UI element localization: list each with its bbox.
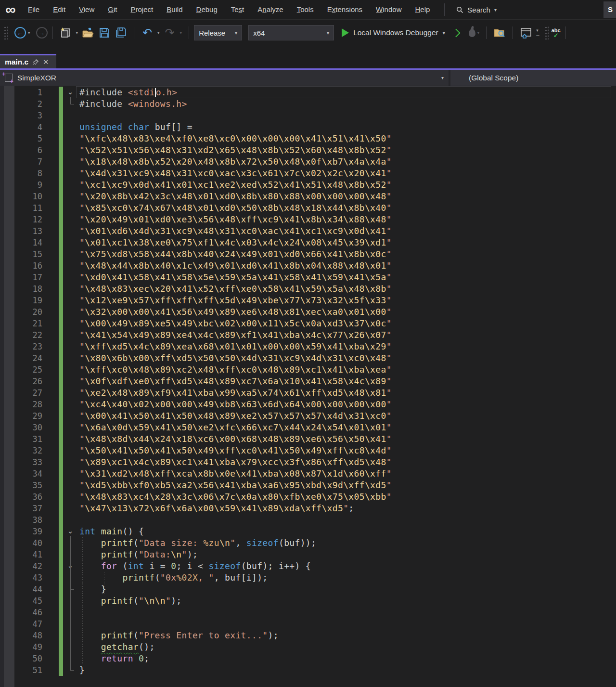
project-dropdown[interactable]: SimpleXOR ▾	[0, 70, 449, 86]
code-line[interactable]: 38	[0, 514, 616, 526]
menu-item-window[interactable]: Window	[369, 0, 408, 19]
code-editor[interactable]: 1⌄#include <stdio.h>2#include <windows.h…	[0, 86, 616, 687]
code-line[interactable]: 34"\x31\xd2\x48\xff\xca\x8b\x0e\x41\xba\…	[0, 468, 616, 480]
code-line[interactable]: 42⌄ for (int i = 0; i < sizeof(buf); i++…	[0, 560, 616, 572]
code-line[interactable]: 19"\x12\xe9\x57\xff\xff\xff\x5d\x49\xbe\…	[0, 295, 616, 306]
platform-combo[interactable]: x64 ▾	[248, 25, 334, 40]
signin-badge[interactable]: S	[603, 1, 616, 18]
code-line[interactable]: 46	[0, 607, 616, 618]
code-line[interactable]: 37"\x47\x13\x72\x6f\x6a\x00\x59\x41\x89\…	[0, 503, 616, 514]
close-tab-icon[interactable]: ✕	[43, 58, 49, 66]
code-line[interactable]: 32"\x50\x41\x50\x41\x50\x49\xff\xc0\x41\…	[0, 445, 616, 456]
code-line[interactable]: 33"\x89\xc1\x4c\x89\xc1\x41\xba\x79\xcc\…	[0, 456, 616, 468]
new-project-button[interactable]	[60, 26, 72, 39]
code-line[interactable]: 13"\x01\xd6\x4d\x31\xc9\x48\x31\xc0\xac\…	[0, 225, 616, 237]
redo-caret-icon[interactable]: ▾	[180, 30, 182, 35]
scope-dropdown[interactable]: (Global Scope)	[450, 70, 616, 86]
code-line[interactable]: 28"\xc4\x40\x02\x00\x00\x49\xb8\x63\x6d\…	[0, 399, 616, 410]
code-line[interactable]: 3	[0, 110, 616, 121]
code-line[interactable]: 11"\x85\xc0\x74\x67\x48\x01\xd0\x50\x8b\…	[0, 202, 616, 214]
code-line[interactable]: 5"\xfc\x48\x83\xe4\xf0\xe8\xc0\x00\x00\x…	[0, 133, 616, 144]
code-line[interactable]: 9"\xc1\xc9\x0d\x41\x01\xc1\xe2\xed\x52\x…	[0, 179, 616, 191]
find-in-files-button[interactable]	[493, 26, 506, 39]
undo-button[interactable]: ↶	[141, 26, 154, 39]
code-line[interactable]: 41 printf("Data:\n");	[0, 549, 616, 560]
code-line[interactable]: 31"\x48\x8d\x44\x24\x18\xc6\x00\x68\x48\…	[0, 433, 616, 445]
code-line[interactable]: 51}	[0, 664, 616, 676]
save-all-button[interactable]	[115, 26, 127, 39]
search-control[interactable]: Search ▾	[456, 6, 497, 14]
pin-tab-icon[interactable]	[32, 59, 39, 65]
code-line[interactable]: 43 printf("0x%02X, ", buf[i]);	[0, 572, 616, 583]
code-line[interactable]: 23"\xff\xd5\x4c\x89\xea\x68\x01\x01\x00\…	[0, 341, 616, 352]
code-line[interactable]: 17"\xd0\x41\x58\x41\x58\x5e\x59\x5a\x41\…	[0, 272, 616, 283]
back-caret-icon[interactable]: ▾	[28, 30, 30, 35]
navigate-back-button[interactable]: ←	[14, 27, 26, 39]
code-line[interactable]: 30"\x6a\x0d\x59\x41\x50\xe2\xfc\x66\xc7\…	[0, 422, 616, 433]
code-line[interactable]: 45 printf("\n\n");	[0, 595, 616, 607]
code-line[interactable]: 26"\x0f\xdf\xe0\xff\xd5\x48\x89\xc7\x6a\…	[0, 376, 616, 387]
new-caret-icon[interactable]: ▾	[76, 30, 78, 35]
start-debugging-button[interactable]: Local Windows Debugger ▾	[342, 28, 445, 37]
code-line[interactable]: 44 }	[0, 583, 616, 595]
code-line[interactable]: 18"\x48\x83\xec\x20\x41\x52\xff\xe0\x58\…	[0, 283, 616, 295]
code-line[interactable]: 48 printf("Press Enter to exit...");	[0, 630, 616, 641]
code-line[interactable]: 47	[0, 618, 616, 630]
menu-item-tools[interactable]: Tools	[290, 0, 321, 19]
code-line[interactable]: 16"\x48\x44\x8b\x40\x1c\x49\x01\xd0\x41\…	[0, 260, 616, 272]
code-line[interactable]: 6"\x52\x51\x56\x48\x31\xd2\x65\x48\x8b\x…	[0, 144, 616, 156]
menu-item-git[interactable]: Git	[101, 0, 124, 19]
code-line[interactable]: 14"\x01\xc1\x38\xe0\x75\xf1\x4c\x03\x4c\…	[0, 237, 616, 248]
navigate-forward-button[interactable]: →	[36, 27, 48, 39]
code-line[interactable]: 25"\xff\xc0\x48\x89\xc2\x48\xff\xc0\x48\…	[0, 364, 616, 376]
toolbar-grip[interactable]	[545, 26, 549, 39]
undo-caret-icon[interactable]: ▾	[157, 30, 160, 35]
hot-reload-icon[interactable]	[469, 29, 475, 37]
menu-item-build[interactable]: Build	[160, 0, 189, 19]
fold-chevron-icon[interactable]: ⌄	[65, 526, 75, 536]
code-line[interactable]: 40 printf("Data size: %zu\n", sizeof(buf…	[0, 537, 616, 549]
code-line[interactable]: 39⌄int main() {	[0, 526, 616, 537]
code-line[interactable]: 21"\x00\x49\x89\xe5\x49\xbc\x02\x00\x11\…	[0, 318, 616, 329]
solution-explorer-button[interactable]	[520, 26, 532, 39]
menu-item-view[interactable]: View	[72, 0, 101, 19]
menu-item-help[interactable]: Help	[408, 0, 436, 19]
code-line[interactable]: 50 return 0;	[0, 653, 616, 664]
menu-item-analyze[interactable]: Analyze	[251, 0, 290, 19]
code-line[interactable]: 10"\x20\x8b\x42\x3c\x48\x01\xd0\x8b\x80\…	[0, 191, 616, 202]
spell-checker-toggle[interactable]: abc ✓	[552, 28, 561, 38]
code-line[interactable]: 2#include <windows.h>	[0, 98, 616, 110]
configuration-combo[interactable]: Release ▾	[194, 25, 242, 40]
menu-item-debug[interactable]: Debug	[190, 0, 224, 19]
tab-main-c[interactable]: main.c ✕	[0, 54, 56, 68]
menu-item-extensions[interactable]: Extensions	[321, 0, 369, 19]
code-line[interactable]: 7"\x18\x48\x8b\x52\x20\x48\x8b\x72\x50\x…	[0, 156, 616, 168]
code-line[interactable]: 4unsigned char buf[] =	[0, 121, 616, 133]
open-file-button[interactable]	[82, 26, 94, 39]
code-line[interactable]: 22"\x41\x54\x49\x89\xe4\x4c\x89\xf1\x41\…	[0, 329, 616, 341]
code-line[interactable]: 35"\xd5\xbb\xf0\xb5\xa2\x56\x41\xba\xa6\…	[0, 480, 616, 491]
save-button[interactable]	[98, 26, 111, 39]
redo-button[interactable]: ↷	[164, 26, 176, 39]
hot-reload-caret-icon[interactable]: ▾	[477, 30, 480, 35]
code-line[interactable]: 15"\x75\xd8\x58\x44\x8b\x40\x24\x49\x01\…	[0, 248, 616, 260]
code-line[interactable]: 27"\xe2\x48\x89\xf9\x41\xba\x99\xa5\x74\…	[0, 387, 616, 399]
code-line[interactable]: 36"\x48\x83\xc4\x28\x3c\x06\x7c\x0a\x80\…	[0, 491, 616, 503]
menu-item-test[interactable]: Test	[224, 0, 251, 19]
title-bar: ∞ FileEditViewGitProjectBuildDebugTestAn…	[0, 0, 616, 19]
code-line[interactable]: 49 getchar();	[0, 641, 616, 653]
code-line[interactable]: 29"\x00\x41\x50\x41\x50\x48\x89\xe2\x57\…	[0, 410, 616, 422]
code-line[interactable]: 8"\x4d\x31\xc9\x48\x31\xc0\xac\x3c\x61\x…	[0, 168, 616, 179]
toolbar-grip[interactable]	[4, 26, 8, 39]
code-line[interactable]: 12"\x20\x49\x01\xd0\xe3\x56\x48\xff\xc9\…	[0, 214, 616, 225]
menu-item-file[interactable]: File	[21, 0, 46, 19]
toolbar-options-caret-icon[interactable]: ▾─	[536, 28, 539, 38]
code-line[interactable]: 24"\x80\x6b\x00\xff\xd5\x50\x50\x4d\x31\…	[0, 352, 616, 364]
fold-chevron-icon[interactable]: ⌄	[65, 87, 75, 97]
start-without-debugging-button[interactable]	[451, 28, 460, 37]
code-line[interactable]: 1⌄#include <stdio.h>	[0, 87, 616, 98]
code-line[interactable]: 20"\x32\x00\x00\x41\x56\x49\x89\xe6\x48\…	[0, 306, 616, 318]
menu-item-edit[interactable]: Edit	[46, 0, 72, 19]
line-number: 39	[0, 526, 42, 537]
menu-item-project[interactable]: Project	[124, 0, 160, 19]
